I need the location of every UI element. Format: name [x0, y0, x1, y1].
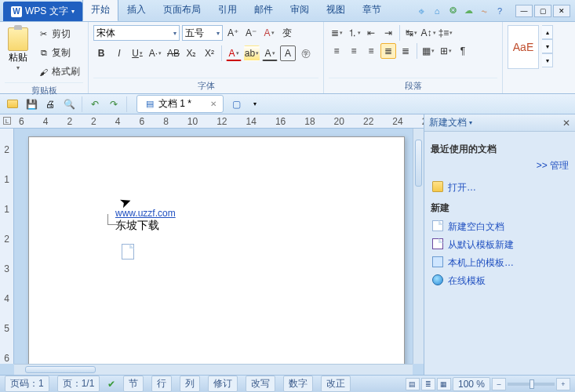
status-overtype[interactable]: 改写 — [246, 376, 275, 392]
chevron-down-icon[interactable]: ▾ — [469, 119, 472, 126]
zoom-value[interactable]: 100 % — [453, 377, 490, 391]
minimize-button[interactable]: — — [515, 5, 533, 17]
tab-list-button[interactable]: ▾ — [247, 96, 263, 112]
align-left-button[interactable]: ≡ — [329, 43, 344, 59]
task-pane-close-button[interactable]: ✕ — [562, 118, 570, 129]
emphasis-button[interactable]: A· — [147, 45, 163, 61]
tab-mailings[interactable]: 邮件 — [246, 0, 282, 21]
tab-sections[interactable]: 章节 — [354, 0, 390, 21]
status-spellcheck-icon[interactable]: ✔ — [107, 379, 115, 390]
docer-icon[interactable]: ⎆ — [415, 5, 428, 17]
print-preview-button[interactable]: 🔍 — [61, 96, 77, 112]
app-menu-button[interactable]: W WPS 文字 ▾ — [3, 2, 82, 21]
font-size-combo[interactable]: 五号▾ — [182, 25, 223, 41]
online-templates-link[interactable]: 在线模板 — [431, 272, 569, 290]
style-gallery-item[interactable]: AaE — [508, 25, 539, 69]
new-from-default-template-link[interactable]: 从默认模板新建 — [431, 236, 569, 254]
italic-button[interactable]: I — [111, 45, 127, 61]
decrease-indent-button[interactable]: ⇤ — [363, 25, 379, 41]
help-icon[interactable]: ? — [493, 5, 506, 17]
cut-button[interactable]: ✂剪切 — [35, 25, 83, 43]
status-page-number[interactable]: 页码：1 — [5, 376, 49, 392]
horizontal-ruler[interactable]: L 6422468101214161820222426 — [0, 114, 424, 129]
superscript-button[interactable]: X² — [202, 45, 217, 61]
new-doc-tab-button[interactable]: ▢ — [228, 96, 244, 112]
tab-view[interactable]: 视图 — [318, 0, 354, 21]
show-marks-button[interactable]: ¶ — [455, 43, 471, 59]
zoom-in-button[interactable]: + — [556, 378, 570, 390]
status-col[interactable]: 列 — [180, 376, 200, 392]
status-row[interactable]: 行 — [151, 376, 172, 392]
maximize-button[interactable]: ▢ — [534, 5, 551, 17]
zoom-slider[interactable] — [508, 383, 555, 386]
tab-layout-button[interactable]: ↹ — [403, 25, 419, 41]
align-justify-button[interactable]: ≣ — [380, 43, 396, 59]
view-outline-button[interactable]: ≣ — [421, 378, 435, 390]
status-track[interactable]: 修订 — [208, 376, 238, 392]
tab-references[interactable]: 引用 — [209, 0, 246, 21]
manage-link[interactable]: >> 管理 — [431, 159, 569, 172]
tab-home[interactable]: 开始 — [82, 0, 118, 21]
highlight-button[interactable]: ab — [244, 45, 260, 61]
tab-insert[interactable]: 插入 — [118, 0, 155, 21]
document-tab[interactable]: ▤ 文档 1 * ✕ — [136, 95, 224, 113]
align-center-button[interactable]: ≡ — [346, 43, 362, 59]
redo-button[interactable]: ↷ — [106, 96, 122, 112]
close-button[interactable]: ✕ — [553, 5, 570, 17]
shrink-font-button[interactable]: A⁻ — [243, 25, 259, 41]
view-web-button[interactable]: ▦ — [437, 378, 451, 390]
scrollbar-thumb[interactable] — [415, 140, 422, 187]
skin-icon[interactable]: ❂ — [446, 5, 459, 17]
bullets-button[interactable]: ≣ — [329, 25, 344, 41]
phonetic-guide-button[interactable]: 变 — [279, 25, 295, 41]
align-right-button[interactable]: ≡ — [363, 43, 379, 59]
style-scroll-up-button[interactable]: ▴ — [542, 25, 553, 39]
format-painter-button[interactable]: 🖌格式刷 — [35, 63, 83, 81]
cloud-icon[interactable]: ☁ — [462, 5, 475, 17]
print-button[interactable]: 🖨 — [42, 96, 58, 112]
subscript-button[interactable]: X₂ — [184, 45, 199, 61]
paste-button[interactable]: 粘贴 ▾ — [5, 25, 31, 74]
wifi-icon[interactable]: ⏦ — [478, 5, 490, 17]
open-button[interactable] — [5, 96, 20, 112]
new-blank-doc-link[interactable]: 新建空白文档 — [431, 218, 569, 236]
enclose-char-button[interactable]: ㊫ — [298, 45, 314, 61]
home-icon[interactable]: ⌂ — [431, 5, 443, 17]
tab-review[interactable]: 审阅 — [282, 0, 318, 21]
vertical-ruler[interactable]: 2112345678 — [0, 129, 14, 364]
status-page-of[interactable]: 页：1/1 — [57, 376, 100, 392]
document-tab-close-button[interactable]: ✕ — [210, 100, 217, 108]
open-file-link[interactable]: 打开… — [431, 179, 569, 197]
numbering-button[interactable]: ⒈ — [346, 25, 362, 41]
shading-button[interactable]: ▦ — [420, 43, 436, 59]
style-expand-button[interactable]: ▾ — [542, 53, 553, 67]
char-shading-button[interactable]: A — [262, 45, 278, 61]
borders-button[interactable]: ⊞ — [438, 43, 453, 59]
zoom-slider-thumb[interactable] — [530, 379, 534, 389]
strikethrough-button[interactable]: AB — [166, 45, 181, 61]
tab-page-layout[interactable]: 页面布局 — [155, 0, 209, 21]
style-scroll-down-button[interactable]: ▾ — [542, 39, 553, 53]
align-distribute-button[interactable]: ≣ — [398, 43, 413, 59]
zoom-out-button[interactable]: – — [492, 378, 506, 390]
line-spacing-button[interactable]: ‡≡ — [438, 25, 453, 41]
scrollbar-thumb[interactable] — [25, 366, 96, 373]
grow-font-button[interactable]: A⁺ — [225, 25, 241, 41]
font-color-button[interactable]: A — [226, 45, 242, 61]
font-name-combo[interactable]: 宋体▾ — [93, 25, 180, 41]
status-autocorrect[interactable]: 改正 — [321, 376, 351, 392]
undo-button[interactable]: ↶ — [87, 96, 103, 112]
increase-indent-button[interactable]: ⇥ — [380, 25, 396, 41]
vertical-scrollbar[interactable] — [413, 129, 424, 364]
char-border-button[interactable]: A — [280, 45, 296, 61]
document-page[interactable]: ➤ www.uzzf.com 东坡下载 — [28, 136, 405, 364]
page-scroll-area[interactable]: ➤ www.uzzf.com 东坡下载 — [14, 129, 413, 364]
clear-format-button[interactable]: A — [261, 25, 277, 41]
local-templates-link[interactable]: 本机上的模板… — [431, 254, 569, 272]
text-direction-button[interactable]: A↕ — [420, 25, 436, 41]
horizontal-scrollbar[interactable] — [14, 364, 413, 375]
underline-button[interactable]: U — [129, 45, 145, 61]
document-body-text[interactable]: 东坡下载 — [115, 220, 159, 231]
save-button[interactable]: 💾 — [24, 96, 39, 112]
status-numlock[interactable]: 数字 — [283, 376, 313, 392]
